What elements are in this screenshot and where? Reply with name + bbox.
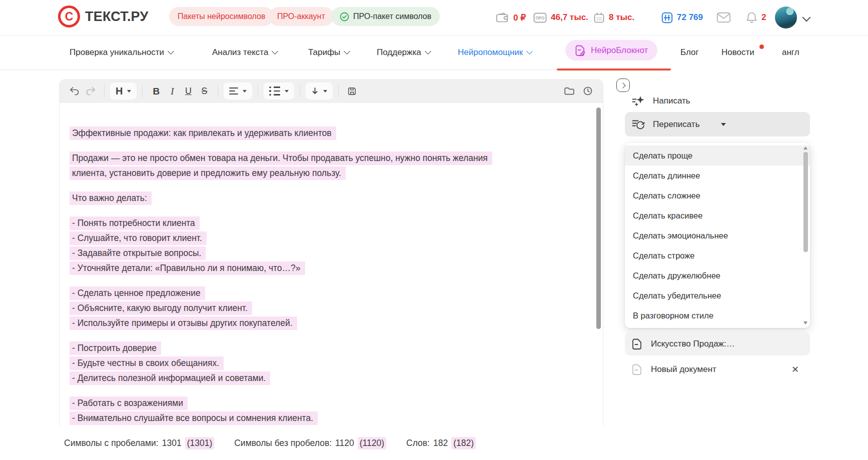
envelope-icon [716, 12, 731, 23]
menu-item-friendlier[interactable]: Сделать дружелюбнее [625, 266, 810, 286]
editor-scrollbar-thumb[interactable] [596, 108, 601, 329]
undo-button[interactable] [67, 83, 83, 99]
paragraph: - Построить доверие - Будьте честны в св… [72, 340, 588, 386]
page: C ТЕКСТ.РУ Пакеты нейросимволов ПРО-акка… [0, 0, 868, 460]
menu-item-simpler[interactable]: Сделать проще [625, 146, 810, 166]
nav-tariffs[interactable]: Тарифы [308, 35, 349, 70]
text-line: клиента, установить доверие и предложить… [70, 166, 346, 180]
avatar[interactable] [775, 6, 797, 28]
notifications-button[interactable]: 2 [746, 0, 766, 35]
nav-uniqueness-check[interactable]: Проверка уникальности [70, 35, 173, 70]
strikethrough-button[interactable]: S [196, 83, 212, 99]
toolbar-divider [142, 85, 143, 97]
italic-button[interactable]: I [164, 83, 180, 99]
badge-neuro-packages[interactable]: Пакеты нейросимволов [169, 7, 274, 26]
neuro-symbols-balance[interactable]: 72 769 [661, 0, 703, 35]
text-line: - Объясните, какую выгоду получит клиент… [70, 302, 252, 315]
nav-language-toggle[interactable]: англ [782, 35, 799, 70]
menu-item-more-complex[interactable]: Сделать сложнее [625, 186, 810, 206]
heading-select[interactable]: H [110, 82, 137, 100]
sidebar-collapse-button[interactable] [616, 78, 630, 92]
nav-text-analysis[interactable]: Анализ текста [212, 35, 277, 70]
underline-button[interactable]: U [180, 83, 196, 99]
daily-limit[interactable]: 8 тыс. [593, 0, 634, 35]
nav-news[interactable]: Новости [721, 35, 764, 70]
chevron-down-icon [323, 90, 327, 92]
text-line: - Уточняйте детали: «Правильно ли я пони… [70, 262, 305, 275]
rewrite-icon [631, 118, 645, 130]
scroll-up-icon[interactable] [803, 146, 807, 150]
toolbar-divider [300, 85, 300, 97]
document-icon [631, 364, 643, 376]
undo-icon [69, 86, 80, 96]
redo-icon [85, 86, 96, 96]
align-select[interactable] [224, 82, 252, 100]
editor-panel: H B I U S [59, 79, 603, 426]
toolbar-divider [258, 85, 258, 97]
menu-item-more-emotional[interactable]: Сделать эмоциональнее [625, 226, 810, 246]
text-line: - Понять потребности клиента [70, 216, 200, 230]
text-line: - Сделать ценное предложение [70, 286, 205, 300]
redo-button[interactable] [83, 83, 99, 99]
dropdown-triangle-icon [721, 123, 726, 126]
download-select[interactable] [306, 82, 333, 100]
menu-item-more-convincing[interactable]: Сделать убедительнее [625, 286, 810, 306]
nav-blog[interactable]: Блог [680, 35, 699, 70]
text-line: - Внимательно слушайте все вопросы и сом… [70, 412, 318, 425]
paragraph: - Понять потребности клиента - Слушайте,… [72, 216, 588, 276]
text-line: - Работать с возражениями [70, 396, 188, 410]
nav-support[interactable]: Поддержка [377, 35, 430, 70]
nav-neuro-notepad[interactable]: НейроБлокнот [565, 40, 657, 60]
menu-scrollbar-thumb[interactable] [803, 152, 808, 252]
badge-pro-symbols[interactable]: ПРО-пакет символов [331, 7, 440, 26]
document-tab-new[interactable]: Новый документ ✕ [625, 358, 810, 380]
menu-scrollbar[interactable] [803, 146, 808, 326]
document-icon [631, 338, 643, 350]
chevron-down-icon [285, 90, 289, 92]
nav-neuro-assistant[interactable]: Нейропомощник [458, 35, 532, 70]
chevron-down-icon[interactable] [802, 14, 811, 22]
site-logo[interactable]: C ТЕКСТ.РУ [58, 6, 148, 28]
text-line: - Будьте честны в своих обещаниях. [70, 356, 224, 370]
save-button[interactable] [344, 83, 360, 99]
document-tab-active[interactable]: Искусство Продаж:… [625, 332, 810, 356]
mail-button[interactable] [716, 0, 731, 35]
menu-item-conversational[interactable]: В разговорном стиле [625, 306, 810, 326]
wallet-balance[interactable]: 0 ₽ [496, 0, 526, 35]
close-icon[interactable]: ✕ [791, 365, 799, 374]
history-icon [583, 86, 593, 96]
chevron-down-icon [127, 90, 131, 92]
rewrite-button[interactable]: Переписать [625, 112, 810, 136]
chevron-right-icon [620, 82, 625, 88]
text-line: Продажи — это не просто обмен товара на … [70, 152, 492, 165]
menu-item-stricter[interactable]: Сделать строже [625, 246, 810, 266]
pro-icon: ПРО [533, 12, 547, 23]
pro-symbols-balance[interactable]: ПРО 46,7 тыс. [533, 0, 588, 35]
text-statistics: Символы с пробелами: 1301 (1301) Символы… [64, 437, 476, 450]
folder-icon [564, 86, 574, 96]
menu-item-longer[interactable]: Сделать длиннее [625, 166, 810, 186]
text-line: - Делитесь полезной информацией и совета… [70, 372, 270, 385]
documents-button[interactable] [561, 83, 577, 99]
write-button[interactable]: Написать [625, 92, 810, 110]
neuro-symbols-icon [661, 12, 673, 24]
menu-item-prettier[interactable]: Сделать красивее [625, 206, 810, 226]
scroll-down-icon[interactable] [803, 322, 807, 324]
download-icon [311, 87, 319, 96]
sparkle-icon [631, 95, 645, 107]
notification-dot [759, 44, 764, 49]
site-name: ТЕКСТ.РУ [85, 9, 148, 24]
list-select[interactable] [264, 82, 294, 100]
badge-pro-account[interactable]: ПРО-аккаунт [269, 7, 334, 26]
bold-button[interactable]: B [148, 83, 164, 99]
paragraph: - Сделать ценное предложение - Объясните… [72, 286, 588, 330]
editor-textarea[interactable]: Эффективные продажи: как привлекать и уд… [60, 103, 603, 426]
chevron-down-icon [425, 48, 431, 54]
svg-text:ПРО: ПРО [536, 16, 545, 20]
history-button[interactable] [580, 83, 596, 99]
text-line: - Построить доверие [70, 342, 161, 355]
paragraph: Что важно делать: [72, 190, 588, 206]
stat-chars-with-spaces: Символы с пробелами: 1301 (1301) [64, 437, 214, 450]
editor-toolbar: H B I U S [60, 79, 603, 103]
stat-chars-without-spaces: Символы без пробелов: 1120 (1120) [234, 437, 386, 450]
